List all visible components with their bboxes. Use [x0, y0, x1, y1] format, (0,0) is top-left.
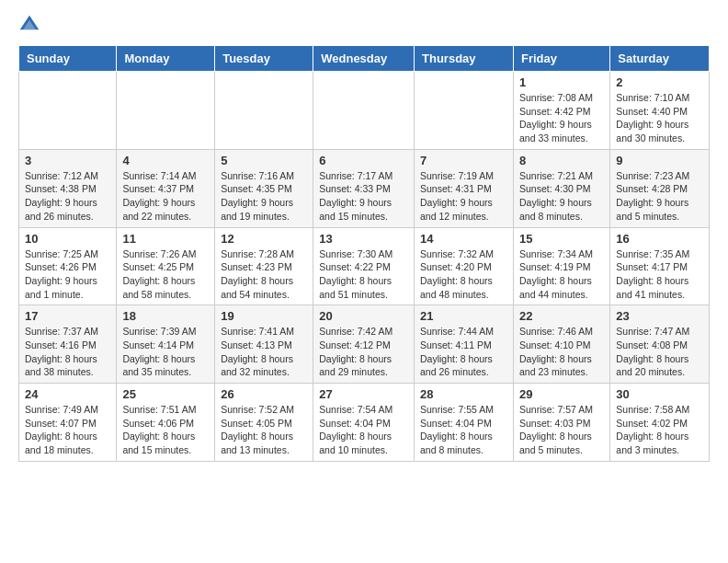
day-info: Sunrise: 7:42 AM Sunset: 4:12 PM Dayligh… — [319, 325, 408, 379]
weekday-header-sunday: Sunday — [19, 46, 117, 72]
day-info: Sunrise: 7:55 AM Sunset: 4:04 PM Dayligh… — [420, 403, 507, 457]
day-info: Sunrise: 7:16 AM Sunset: 4:35 PM Dayligh… — [221, 169, 307, 224]
day-cell: 24Sunrise: 7:49 AM Sunset: 4:07 PM Dayli… — [19, 384, 117, 462]
day-number: 18 — [122, 309, 209, 323]
day-cell — [117, 72, 215, 150]
day-info: Sunrise: 7:47 AM Sunset: 4:08 PM Dayligh… — [616, 325, 703, 379]
day-cell: 28Sunrise: 7:55 AM Sunset: 4:04 PM Dayli… — [415, 384, 514, 462]
day-cell — [415, 72, 514, 150]
day-cell: 11Sunrise: 7:26 AM Sunset: 4:25 PM Dayli… — [117, 227, 215, 305]
day-cell: 23Sunrise: 7:47 AM Sunset: 4:08 PM Dayli… — [610, 305, 710, 384]
day-cell: 16Sunrise: 7:35 AM Sunset: 4:17 PM Dayli… — [610, 227, 710, 305]
day-number: 3 — [25, 154, 110, 167]
day-number: 25 — [122, 387, 209, 401]
day-cell: 27Sunrise: 7:54 AM Sunset: 4:04 PM Dayli… — [313, 384, 415, 462]
day-info: Sunrise: 7:10 AM Sunset: 4:40 PM Dayligh… — [616, 91, 703, 145]
weekday-header-monday: Monday — [117, 46, 215, 72]
week-row-1: 1Sunrise: 7:08 AM Sunset: 4:42 PM Daylig… — [19, 72, 710, 150]
day-number: 24 — [25, 387, 110, 401]
day-number: 15 — [519, 232, 604, 246]
day-cell: 3Sunrise: 7:12 AM Sunset: 4:38 PM Daylig… — [19, 149, 117, 227]
day-info: Sunrise: 7:37 AM Sunset: 4:16 PM Dayligh… — [25, 325, 110, 379]
day-cell: 10Sunrise: 7:25 AM Sunset: 4:26 PM Dayli… — [19, 227, 117, 305]
day-number: 19 — [221, 309, 307, 323]
day-cell: 22Sunrise: 7:46 AM Sunset: 4:10 PM Dayli… — [513, 305, 609, 384]
day-info: Sunrise: 7:32 AM Sunset: 4:20 PM Dayligh… — [420, 247, 507, 302]
day-info: Sunrise: 7:26 AM Sunset: 4:25 PM Dayligh… — [122, 247, 209, 302]
day-cell: 15Sunrise: 7:34 AM Sunset: 4:19 PM Dayli… — [513, 227, 609, 305]
day-cell — [19, 72, 117, 150]
day-number: 30 — [616, 387, 703, 401]
weekday-header-wednesday: Wednesday — [313, 46, 415, 72]
day-cell: 6Sunrise: 7:17 AM Sunset: 4:33 PM Daylig… — [313, 149, 415, 227]
day-cell: 29Sunrise: 7:57 AM Sunset: 4:03 PM Dayli… — [513, 384, 609, 462]
header — [18, 14, 710, 36]
day-number: 26 — [221, 387, 307, 401]
day-info: Sunrise: 7:41 AM Sunset: 4:13 PM Dayligh… — [221, 325, 307, 379]
week-row-3: 10Sunrise: 7:25 AM Sunset: 4:26 PM Dayli… — [19, 227, 710, 305]
day-cell: 2Sunrise: 7:10 AM Sunset: 4:40 PM Daylig… — [610, 72, 710, 150]
day-info: Sunrise: 7:58 AM Sunset: 4:02 PM Dayligh… — [616, 403, 703, 457]
day-cell: 4Sunrise: 7:14 AM Sunset: 4:37 PM Daylig… — [117, 149, 215, 227]
day-number: 10 — [25, 232, 110, 246]
day-info: Sunrise: 7:46 AM Sunset: 4:10 PM Dayligh… — [519, 325, 604, 379]
day-cell: 8Sunrise: 7:21 AM Sunset: 4:30 PM Daylig… — [513, 149, 609, 227]
day-number: 17 — [25, 309, 110, 323]
day-number: 14 — [420, 232, 507, 246]
week-row-5: 24Sunrise: 7:49 AM Sunset: 4:07 PM Dayli… — [19, 384, 710, 462]
day-cell: 7Sunrise: 7:19 AM Sunset: 4:31 PM Daylig… — [415, 149, 514, 227]
weekday-header-row: SundayMondayTuesdayWednesdayThursdayFrid… — [19, 46, 710, 72]
weekday-header-thursday: Thursday — [415, 46, 514, 72]
day-info: Sunrise: 7:12 AM Sunset: 4:38 PM Dayligh… — [25, 169, 110, 224]
day-cell: 9Sunrise: 7:23 AM Sunset: 4:28 PM Daylig… — [610, 149, 710, 227]
calendar: SundayMondayTuesdayWednesdayThursdayFrid… — [18, 45, 710, 462]
day-cell: 30Sunrise: 7:58 AM Sunset: 4:02 PM Dayli… — [610, 384, 710, 462]
day-number: 21 — [420, 309, 507, 323]
day-cell: 18Sunrise: 7:39 AM Sunset: 4:14 PM Dayli… — [117, 305, 215, 384]
day-cell — [313, 72, 415, 150]
day-cell: 25Sunrise: 7:51 AM Sunset: 4:06 PM Dayli… — [117, 384, 215, 462]
day-info: Sunrise: 7:49 AM Sunset: 4:07 PM Dayligh… — [25, 403, 110, 457]
day-info: Sunrise: 7:08 AM Sunset: 4:42 PM Dayligh… — [519, 91, 604, 145]
day-cell: 13Sunrise: 7:30 AM Sunset: 4:22 PM Dayli… — [313, 227, 415, 305]
weekday-header-saturday: Saturday — [610, 46, 710, 72]
day-info: Sunrise: 7:30 AM Sunset: 4:22 PM Dayligh… — [319, 247, 408, 302]
day-cell: 14Sunrise: 7:32 AM Sunset: 4:20 PM Dayli… — [415, 227, 514, 305]
day-number: 7 — [420, 154, 507, 167]
day-info: Sunrise: 7:21 AM Sunset: 4:30 PM Dayligh… — [519, 169, 604, 224]
day-number: 27 — [319, 387, 408, 401]
day-cell: 20Sunrise: 7:42 AM Sunset: 4:12 PM Dayli… — [313, 305, 415, 384]
day-cell: 17Sunrise: 7:37 AM Sunset: 4:16 PM Dayli… — [19, 305, 117, 384]
day-info: Sunrise: 7:39 AM Sunset: 4:14 PM Dayligh… — [122, 325, 209, 379]
day-info: Sunrise: 7:52 AM Sunset: 4:05 PM Dayligh… — [221, 403, 307, 457]
day-number: 4 — [122, 154, 209, 167]
weekday-header-friday: Friday — [513, 46, 609, 72]
logo-icon — [18, 14, 40, 36]
day-info: Sunrise: 7:34 AM Sunset: 4:19 PM Dayligh… — [519, 247, 604, 302]
day-info: Sunrise: 7:57 AM Sunset: 4:03 PM Dayligh… — [519, 403, 604, 457]
weekday-header-tuesday: Tuesday — [215, 46, 313, 72]
day-info: Sunrise: 7:54 AM Sunset: 4:04 PM Dayligh… — [319, 403, 408, 457]
day-cell: 1Sunrise: 7:08 AM Sunset: 4:42 PM Daylig… — [513, 72, 609, 150]
day-number: 1 — [519, 75, 604, 89]
day-cell: 19Sunrise: 7:41 AM Sunset: 4:13 PM Dayli… — [215, 305, 313, 384]
day-number: 2 — [616, 75, 703, 89]
day-number: 13 — [319, 232, 408, 246]
day-info: Sunrise: 7:25 AM Sunset: 4:26 PM Dayligh… — [25, 247, 110, 302]
logo — [18, 14, 44, 36]
day-number: 11 — [122, 232, 209, 246]
day-number: 29 — [519, 387, 604, 401]
day-number: 20 — [319, 309, 408, 323]
day-number: 23 — [616, 309, 703, 323]
day-cell: 5Sunrise: 7:16 AM Sunset: 4:35 PM Daylig… — [215, 149, 313, 227]
day-info: Sunrise: 7:14 AM Sunset: 4:37 PM Dayligh… — [122, 169, 209, 224]
day-number: 16 — [616, 232, 703, 246]
day-info: Sunrise: 7:35 AM Sunset: 4:17 PM Dayligh… — [616, 247, 703, 302]
day-info: Sunrise: 7:44 AM Sunset: 4:11 PM Dayligh… — [420, 325, 507, 379]
day-info: Sunrise: 7:17 AM Sunset: 4:33 PM Dayligh… — [319, 169, 408, 224]
day-number: 8 — [519, 154, 604, 167]
day-info: Sunrise: 7:19 AM Sunset: 4:31 PM Dayligh… — [420, 169, 507, 224]
day-cell: 12Sunrise: 7:28 AM Sunset: 4:23 PM Dayli… — [215, 227, 313, 305]
day-info: Sunrise: 7:23 AM Sunset: 4:28 PM Dayligh… — [616, 169, 703, 224]
day-number: 28 — [420, 387, 507, 401]
